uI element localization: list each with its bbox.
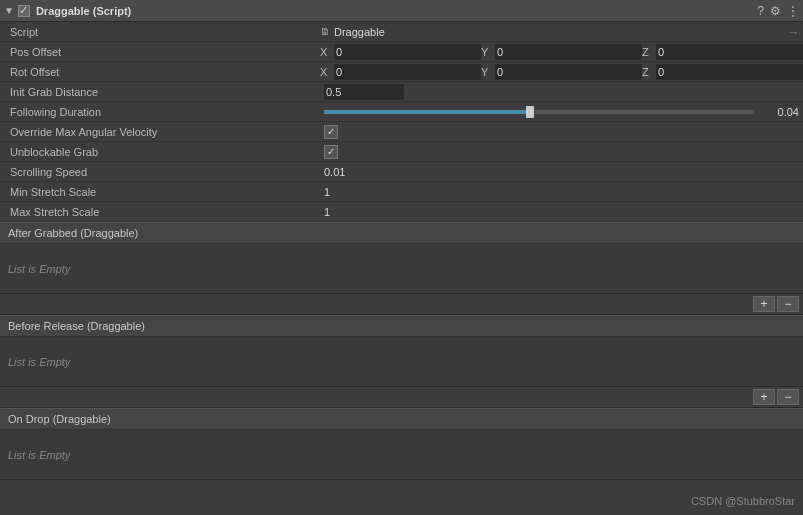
following-duration-row: Following Duration 0.04 xyxy=(0,102,803,122)
max-stretch-scale-value: 1 xyxy=(320,206,803,218)
before-release-empty-text: List is Empty xyxy=(8,356,70,368)
after-grabbed-label: After Grabbed (Draggable) xyxy=(8,227,138,239)
pos-offset-x: X xyxy=(320,44,481,60)
after-grabbed-empty-text: List is Empty xyxy=(8,263,70,275)
rot-offset-row: Rot Offset X Y Z xyxy=(0,62,803,82)
pos-offset-row: Pos Offset X Y Z xyxy=(0,42,803,62)
help-icon[interactable]: ? xyxy=(757,4,764,18)
pos-offset-y-input[interactable] xyxy=(495,44,642,60)
pos-offset-label: Pos Offset xyxy=(0,46,320,58)
init-grab-distance-input[interactable] xyxy=(324,84,404,100)
script-value: 🗎 Draggable xyxy=(320,26,788,38)
component-header: ▼ ✓ Draggable (Script) ? ⚙ ⋮ xyxy=(0,0,803,22)
after-grabbed-add-button[interactable]: + xyxy=(753,296,775,312)
init-grab-distance-label: Init Grab Distance xyxy=(0,86,320,98)
component-title: Draggable (Script) xyxy=(36,5,757,17)
init-grab-distance-value-container xyxy=(320,84,803,100)
override-angular-velocity-checkbox[interactable]: ✓ xyxy=(324,125,338,139)
before-release-list: List is Empty xyxy=(0,337,803,387)
toggle-arrow-icon[interactable]: ▼ xyxy=(4,5,14,16)
max-stretch-scale-label: Max Stretch Scale xyxy=(0,206,320,218)
pos-offset-x-input[interactable] xyxy=(334,44,481,60)
after-grabbed-remove-button[interactable]: − xyxy=(777,296,799,312)
script-name: Draggable xyxy=(334,26,385,38)
script-dismiss-icon[interactable]: → xyxy=(788,26,803,38)
rot-z-label: Z xyxy=(642,66,654,78)
scrolling-speed-label: Scrolling Speed xyxy=(0,166,320,178)
after-grabbed-list: List is Empty xyxy=(0,244,803,294)
y-label: Y xyxy=(481,46,493,58)
watermark: CSDN @StubbroStar xyxy=(691,495,795,507)
rot-offset-z: Z xyxy=(642,64,803,80)
following-duration-fill xyxy=(324,110,530,114)
pos-offset-z: Z xyxy=(642,44,803,60)
rot-y-label: Y xyxy=(481,66,493,78)
rot-offset-label: Rot Offset xyxy=(0,66,320,78)
dismiss-icon[interactable]: ⋮ xyxy=(787,4,799,18)
script-label: Script xyxy=(0,26,320,38)
following-duration-track[interactable] xyxy=(324,110,754,114)
before-release-label: Before Release (Draggable) xyxy=(8,320,145,332)
override-angular-velocity-row: Override Max Angular Velocity ✓ xyxy=(0,122,803,142)
before-release-controls: + − xyxy=(0,387,803,408)
before-release-section-header: Before Release (Draggable) xyxy=(0,315,803,337)
scrolling-speed-value: 0.01 xyxy=(320,166,803,178)
rot-offset-y: Y xyxy=(481,64,642,80)
following-duration-value: 0.04 xyxy=(758,106,803,118)
after-grabbed-section-header: After Grabbed (Draggable) xyxy=(0,222,803,244)
min-stretch-scale-value: 1 xyxy=(320,186,803,198)
script-file-icon: 🗎 xyxy=(320,26,330,37)
z-label: Z xyxy=(642,46,654,58)
component-body: Script 🗎 Draggable → Pos Offset X Y Z Ro… xyxy=(0,22,803,480)
on-drop-empty-text: List is Empty xyxy=(8,449,70,461)
before-release-remove-button[interactable]: − xyxy=(777,389,799,405)
min-stretch-scale-row: Min Stretch Scale 1 xyxy=(0,182,803,202)
following-duration-thumb[interactable] xyxy=(526,106,534,118)
pos-offset-y: Y xyxy=(481,44,642,60)
component-enabled-checkbox[interactable]: ✓ xyxy=(18,5,30,17)
unblockable-grab-row: Unblockable Grab ✓ xyxy=(0,142,803,162)
script-row: Script 🗎 Draggable → xyxy=(0,22,803,42)
max-stretch-scale-row: Max Stretch Scale 1 xyxy=(0,202,803,222)
after-grabbed-controls: + − xyxy=(0,294,803,315)
before-release-add-button[interactable]: + xyxy=(753,389,775,405)
pos-offset-values: X Y Z xyxy=(320,44,803,60)
rot-offset-x-input[interactable] xyxy=(334,64,481,80)
on-drop-list: List is Empty xyxy=(0,430,803,480)
unblockable-grab-label: Unblockable Grab xyxy=(0,146,320,158)
following-duration-label: Following Duration xyxy=(0,106,320,118)
settings-icon[interactable]: ⚙ xyxy=(770,4,781,18)
header-icons: ? ⚙ ⋮ xyxy=(757,4,799,18)
following-duration-slider-container xyxy=(320,110,758,114)
on-drop-label: On Drop (Draggable) xyxy=(8,413,111,425)
rot-x-label: X xyxy=(320,66,332,78)
on-drop-section-header: On Drop (Draggable) xyxy=(0,408,803,430)
x-label: X xyxy=(320,46,332,58)
rot-offset-y-input[interactable] xyxy=(495,64,642,80)
init-grab-distance-row: Init Grab Distance xyxy=(0,82,803,102)
pos-offset-z-input[interactable] xyxy=(656,44,803,60)
rot-offset-values: X Y Z xyxy=(320,64,803,80)
min-stretch-scale-label: Min Stretch Scale xyxy=(0,186,320,198)
override-angular-velocity-label: Override Max Angular Velocity xyxy=(0,126,320,138)
scrolling-speed-row: Scrolling Speed 0.01 xyxy=(0,162,803,182)
unblockable-grab-checkbox[interactable]: ✓ xyxy=(324,145,338,159)
rot-offset-z-input[interactable] xyxy=(656,64,803,80)
rot-offset-x: X xyxy=(320,64,481,80)
